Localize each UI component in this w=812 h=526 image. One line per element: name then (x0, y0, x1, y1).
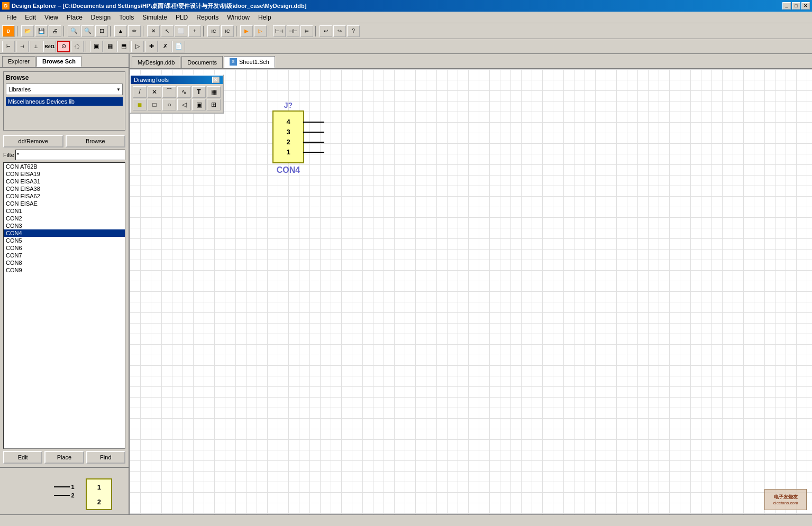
tb-rect-border[interactable]: ▣ (90, 41, 103, 52)
comp-item-coneisa31[interactable]: CON EISA31 (4, 178, 125, 185)
rect-filled-tool[interactable]: ■ (133, 99, 147, 110)
browse-btn[interactable]: Browse (66, 135, 126, 147)
comp-item-con3[interactable]: CON3 (4, 222, 125, 229)
tab-browse-sch[interactable]: Browse Sch (37, 56, 81, 67)
rect-tool[interactable]: □ (148, 99, 161, 110)
comp-item-con7[interactable]: CON7 (4, 252, 125, 259)
tb-redo[interactable]: ↪ (333, 25, 346, 37)
menu-reports[interactable]: Reports (192, 13, 223, 22)
tb-pencil[interactable]: ✏ (128, 25, 141, 37)
component-list[interactable]: CON AT62B CON EISA19 CON EISA31 CON EISA… (3, 162, 125, 449)
tb-plus[interactable]: + (188, 25, 201, 37)
comp-item-coneisa62[interactable]: CON EISA62 (4, 192, 125, 200)
comp-item-con2[interactable]: CON2 (4, 215, 125, 222)
tb-wave1[interactable]: ⊢⊣ (273, 25, 286, 37)
drawing-tools-close[interactable]: ✕ (212, 77, 220, 83)
maximize-btn[interactable]: □ (792, 2, 800, 10)
menu-simulate[interactable]: Simulate (138, 13, 171, 22)
menu-pld[interactable]: PLD (171, 13, 192, 22)
menu-help[interactable]: Help (254, 13, 276, 22)
tb-ret[interactable]: Ret1 (43, 41, 56, 52)
tb-run2[interactable]: ▷ (254, 25, 267, 37)
minimize-btn[interactable]: _ (782, 2, 791, 10)
library-item[interactable]: Miscellaneous Devices.lib (6, 97, 123, 106)
edit-btn[interactable]: Edit (3, 451, 42, 464)
tb-help[interactable]: ? (347, 25, 360, 37)
tb-circle-cursor[interactable]: ⊙ (57, 41, 70, 52)
filter-input[interactable] (15, 150, 125, 160)
tb-zoom-fit[interactable]: ⊡ (95, 25, 108, 37)
component-tool[interactable]: ▣ (192, 99, 206, 110)
schematic-component[interactable]: J? 4 3 (272, 101, 304, 175)
comp-item-con1[interactable]: CON1 (4, 207, 125, 215)
tb-chip[interactable]: IC (207, 25, 220, 37)
menu-edit[interactable]: Edit (21, 13, 40, 22)
libraries-dropdown-wrapper[interactable]: Libraries (6, 84, 123, 95)
comp-item-con8[interactable]: CON8 (4, 259, 125, 266)
cross-tool[interactable]: ✕ (148, 86, 161, 98)
tb-chip2[interactable]: IC (221, 25, 234, 37)
arc-tool[interactable]: ⌒ (162, 86, 176, 98)
schematic-canvas[interactable]: DrawingTools ✕ / ✕ ⌒ ∿ T ▦ ■ □ ○ ◁ ▣ ⊞ (130, 69, 812, 514)
tb-select[interactable]: ⬜ (175, 25, 187, 37)
line-tool[interactable]: / (133, 86, 147, 98)
find-btn[interactable]: Find (86, 451, 125, 464)
menu-file[interactable]: File (2, 13, 21, 22)
tb-netpwr[interactable]: ⊥ (30, 41, 42, 52)
comp-item-conat62b[interactable]: CON AT62B (4, 163, 125, 170)
watermark: 电子发烧友 elecfans.com (764, 489, 807, 510)
tb-wave2[interactable]: ⊣⊢ (287, 25, 299, 37)
menu-view[interactable]: View (40, 13, 62, 22)
comp-item-coneisa38[interactable]: CON EISA38 (4, 185, 125, 192)
sep6 (236, 26, 238, 36)
comp-item-coneisae[interactable]: CON EISAE (4, 200, 125, 207)
ellipse-tool[interactable]: ○ (162, 99, 176, 110)
table-tool[interactable]: ▦ (207, 86, 221, 98)
place-btn[interactable]: Place (44, 451, 84, 464)
arrow-tool[interactable]: ◁ (177, 99, 191, 110)
comp-item-con9[interactable]: CON9 (4, 266, 125, 274)
pin-1-line (303, 152, 324, 153)
tb-doc[interactable]: 📄 (172, 41, 185, 52)
tb-zoom-in[interactable]: 🔍 (68, 25, 80, 37)
libraries-dropdown[interactable]: Libraries (6, 84, 123, 95)
tb-rect2[interactable]: ▦ (104, 41, 116, 52)
tb-cursor[interactable]: ↖ (161, 25, 174, 37)
drawing-tools-titlebar[interactable]: DrawingTools ✕ (131, 76, 223, 84)
tb-cross[interactable]: ✕ (147, 25, 160, 37)
tb-move-up[interactable]: ▲ (114, 25, 127, 37)
tb-zoom-out[interactable]: 🔍 (81, 25, 94, 37)
tb-cross2[interactable]: ✚ (145, 41, 158, 52)
comp-item-coneisa19[interactable]: CON EISA19 (4, 170, 125, 178)
tb-rect3[interactable]: ⬒ (117, 41, 130, 52)
close-btn[interactable]: ✕ (801, 2, 810, 10)
menu-tools[interactable]: Tools (115, 13, 138, 22)
tb-undo[interactable]: ↩ (320, 25, 332, 37)
menu-place[interactable]: Place (62, 13, 87, 22)
tb-netlabel[interactable]: ⊢ (2, 41, 15, 52)
tb-print[interactable]: 🖨 (49, 25, 61, 37)
doc-tab-mydesign[interactable]: MyDesign.ddb (132, 56, 180, 68)
tab-explorer[interactable]: Explorer (2, 56, 35, 67)
comp-item-con4[interactable]: CON4 (4, 229, 125, 237)
tb-arrow-r[interactable]: ▷ (131, 41, 144, 52)
tb-netport[interactable]: ⊣ (16, 41, 29, 52)
menu-design[interactable]: Design (87, 13, 115, 22)
preview-pin1: 1 (71, 484, 74, 490)
doc-tab-documents[interactable]: Documents (181, 56, 223, 68)
text-tool[interactable]: T (192, 86, 206, 98)
wave-tool[interactable]: ∿ (177, 86, 191, 98)
tb-save[interactable]: 💾 (35, 25, 48, 37)
doc-tab-sheet1[interactable]: S Sheet1.Sch (224, 56, 275, 68)
tb-xmark[interactable]: ✗ (159, 41, 171, 52)
grid-tool[interactable]: ⊞ (207, 99, 221, 110)
add-remove-btn[interactable]: dd/Remove (3, 135, 63, 147)
comp-item-con5[interactable]: CON5 (4, 237, 125, 244)
tb-param[interactable]: ⊨ (300, 25, 313, 37)
tb-run[interactable]: ▶ (240, 25, 253, 37)
tb-open[interactable]: 📂 (21, 25, 34, 37)
comp-item-con6[interactable]: CON6 (4, 244, 125, 252)
tb-cursor2[interactable]: ◌ (71, 41, 84, 52)
browse-buttons: dd/Remove Browse (3, 135, 125, 147)
menu-window[interactable]: Window (223, 13, 254, 22)
